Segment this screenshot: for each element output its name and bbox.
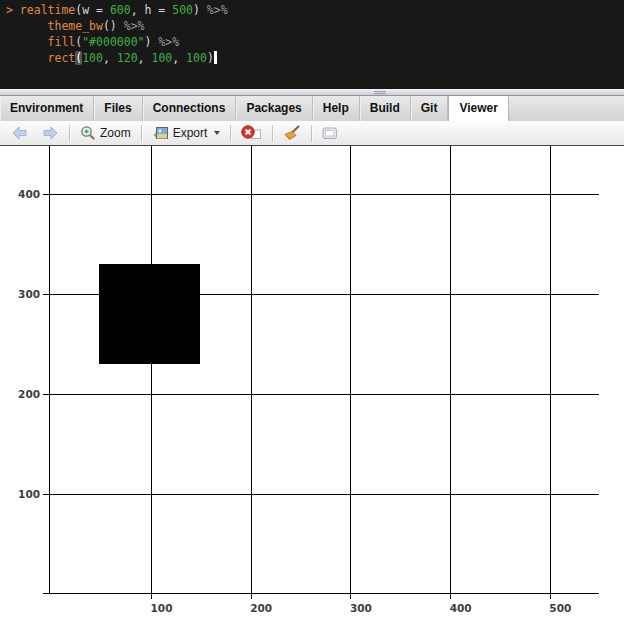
zoom-button-label: Zoom	[100, 126, 131, 140]
toolbar-separator	[69, 125, 70, 142]
x-tick	[550, 594, 551, 599]
x-tick	[350, 594, 351, 599]
x-tick	[151, 594, 152, 599]
x-tick-label: 300	[341, 601, 381, 615]
toolbar-separator	[311, 125, 312, 142]
tab-files[interactable]: Files	[94, 96, 142, 121]
forward-button[interactable]	[39, 123, 62, 143]
console-line: rect(100, 120, 100, 100)	[6, 50, 624, 66]
pane-divider	[0, 89, 624, 96]
back-arrow-icon	[11, 125, 28, 141]
export-image-icon	[152, 126, 169, 141]
console-line: > realtime(w = 600, h = 500) %>%	[6, 2, 624, 18]
back-button[interactable]	[8, 123, 31, 143]
console-code: > realtime(w = 600, h = 500) %>% theme_b…	[0, 0, 624, 66]
forward-arrow-icon	[42, 125, 59, 141]
h-gridline	[49, 494, 599, 495]
viewer-pane: 100200300400100200300400500	[0, 146, 624, 637]
x-tick-label: 500	[540, 601, 580, 615]
tab-connections[interactable]: Connections	[143, 96, 237, 121]
v-gridline	[450, 146, 451, 593]
y-axis-line	[49, 146, 50, 594]
tab-environment[interactable]: Environment	[0, 96, 94, 121]
tab-packages[interactable]: Packages	[236, 96, 312, 121]
open-in-window-button[interactable]	[319, 124, 341, 142]
toolbar-separator	[141, 125, 142, 142]
broom-icon	[283, 125, 301, 141]
x-tick	[450, 594, 451, 599]
remove-plot-icon	[241, 125, 262, 141]
y-tick-label: 100	[0, 487, 40, 501]
h-gridline	[49, 194, 599, 195]
y-tick	[43, 394, 49, 395]
toolbar-separator	[230, 125, 231, 142]
plot-rectangle	[99, 264, 200, 364]
y-tick-label: 400	[0, 187, 40, 201]
console-line: theme_bw() %>%	[6, 18, 624, 34]
v-gridline	[350, 146, 351, 593]
r-console[interactable]: > realtime(w = 600, h = 500) %>% theme_b…	[0, 0, 624, 89]
x-tick	[251, 594, 252, 599]
clear-all-button[interactable]	[280, 123, 304, 143]
x-axis-line	[43, 593, 599, 594]
y-tick-label: 200	[0, 387, 40, 401]
x-tick-label: 200	[241, 601, 281, 615]
x-tick-label: 400	[441, 601, 481, 615]
export-button[interactable]: Export	[149, 124, 224, 143]
zoom-button[interactable]: Zoom	[77, 123, 134, 143]
y-tick	[43, 294, 49, 295]
toolbar-separator	[272, 125, 273, 142]
v-gridline	[251, 146, 252, 593]
text-cursor	[214, 51, 217, 64]
dropdown-caret-icon	[214, 131, 220, 135]
tab-git[interactable]: Git	[411, 96, 449, 121]
console-line: fill("#000000") %>%	[6, 34, 624, 50]
export-button-label: Export	[173, 126, 208, 140]
v-gridline	[151, 146, 152, 593]
tab-help[interactable]: Help	[313, 96, 360, 121]
tab-viewer[interactable]: Viewer	[448, 96, 508, 121]
y-tick	[43, 494, 49, 495]
viewer-toolbar: Zoom Export	[0, 121, 624, 146]
remove-plot-button[interactable]	[238, 123, 265, 143]
open-in-window-pane-icon	[322, 126, 338, 140]
y-tick	[43, 194, 49, 195]
pane-tab-bar: EnvironmentFilesConnectionsPackagesHelpB…	[0, 96, 624, 121]
pane-splitter-grip[interactable]	[374, 90, 386, 94]
zoom-magnifier-icon	[80, 125, 96, 141]
v-gridline	[550, 146, 551, 593]
y-tick-label: 300	[0, 287, 40, 301]
h-gridline	[49, 394, 599, 395]
x-tick-label: 100	[142, 601, 182, 615]
plot-canvas: 100200300400100200300400500	[0, 146, 624, 637]
rstudio-pane: > realtime(w = 600, h = 500) %>% theme_b…	[0, 0, 624, 637]
tab-build[interactable]: Build	[360, 96, 411, 121]
